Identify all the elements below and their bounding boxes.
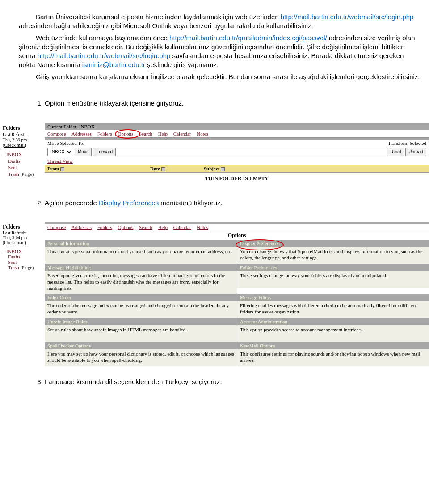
- read-button[interactable]: [387, 148, 404, 156]
- option-link[interactable]: Index Order: [47, 295, 71, 300]
- folder-list: –INBOX Drafts Sent Trash (Purge): [3, 151, 43, 178]
- folder-drafts[interactable]: Drafts: [8, 254, 21, 259]
- menubar: Compose Addresses Folders Options Search…: [45, 224, 429, 231]
- option-description: Here you may set up how your personal di…: [45, 349, 237, 366]
- unread-button[interactable]: [405, 148, 426, 156]
- menu-help[interactable]: Help: [158, 131, 168, 136]
- step-2: Açılan pencerede Display Preferences men…: [45, 198, 421, 208]
- text: şeklinde giriş yapmanız.: [147, 61, 219, 68]
- menu-notes[interactable]: Notes: [197, 131, 208, 136]
- purge-link[interactable]: (Purge): [20, 172, 34, 177]
- last-refresh-time: Thu, 2:39 pm: [3, 137, 43, 143]
- login-link-2[interactable]: http://mail.bartin.edu.tr/webmail/src/lo…: [38, 52, 171, 59]
- folder-sent[interactable]: Sent: [8, 165, 17, 170]
- checkbox-icon[interactable]: [161, 167, 165, 171]
- option-description: This contains personal information about…: [45, 247, 237, 264]
- move-folder-select[interactable]: INBOX: [47, 148, 73, 156]
- menu-calendar[interactable]: Calendar: [173, 224, 191, 230]
- sidebar-title: Folders: [3, 125, 43, 131]
- options-cell-right: Message FiltersFiltering enables message…: [237, 294, 429, 318]
- option-link[interactable]: Message Highlighting: [47, 265, 91, 270]
- options-cell-left: Unsafe Image RulesSet up rules about how…: [45, 318, 237, 342]
- options-cell-left: Index OrderThe order of the message inde…: [45, 294, 237, 318]
- option-link[interactable]: NewMail Options: [240, 343, 275, 348]
- menubar: Compose Addresses Folders Options Search…: [45, 130, 429, 138]
- menu-compose[interactable]: Compose: [47, 131, 66, 136]
- option-link[interactable]: Folder Preferences: [240, 265, 277, 270]
- option-link[interactable]: Message Filters: [240, 295, 271, 300]
- menu-notes[interactable]: Notes: [197, 224, 208, 230]
- mail-main: Current Folder: INBOX Compose Addresses …: [45, 123, 429, 186]
- option-link[interactable]: SpellChecker Options: [47, 343, 91, 348]
- transform-label: Transform Selected: [388, 140, 426, 146]
- menu-help[interactable]: Help: [158, 224, 168, 230]
- options-row: Message HighlightingBased upon given cri…: [45, 264, 429, 294]
- menu-options[interactable]: Options: [118, 224, 133, 230]
- options-cell-right: Display PreferencesYou can change the wa…: [237, 240, 429, 264]
- col-date[interactable]: Date: [150, 166, 160, 171]
- text: Bartın Üniversitesi kurumsal e-posta hiz…: [36, 13, 281, 21]
- column-headers: From Date Subject: [45, 165, 429, 173]
- option-description: These settings change the way your folde…: [237, 271, 429, 288]
- folder-inbox[interactable]: INBOX: [6, 249, 22, 254]
- options-row: Personal InformationThis contains person…: [45, 240, 429, 264]
- text: menüsünü tıklıyoruz.: [159, 199, 223, 207]
- col-subject[interactable]: Subject: [204, 166, 219, 171]
- move-button[interactable]: [75, 148, 92, 156]
- menu-addresses[interactable]: Addresses: [72, 224, 92, 230]
- check-mail-link[interactable]: (Check mail): [3, 143, 43, 148]
- thread-view-link[interactable]: Thread View: [47, 158, 73, 164]
- option-link[interactable]: Unsafe Image Rules: [47, 319, 87, 324]
- option-link[interactable]: Personal Information: [47, 241, 89, 246]
- menu-addresses[interactable]: Addresses: [72, 131, 92, 136]
- folder-sent[interactable]: Sent: [8, 259, 17, 265]
- text: Açılan pencerede: [45, 199, 99, 207]
- intro-paragraph-3: Giriş yaptıktan sonra karşılama ekranı İ…: [19, 72, 421, 81]
- options-cell-right: Account AdministrationThis option provid…: [237, 318, 429, 342]
- forward-button[interactable]: [93, 148, 116, 156]
- sidebar-title: Folders: [3, 224, 43, 230]
- folder-trash[interactable]: Trash: [8, 171, 19, 177]
- step-1: Option menüsüne tıklayarak içerisine gir…: [45, 98, 421, 108]
- login-link-1[interactable]: http://mail.bartin.edu.tr/webmail/src/lo…: [281, 13, 414, 21]
- screenshot-inbox: Folders Last Refresh: Thu, 2:39 pm (Chec…: [0, 123, 429, 186]
- option-link[interactable]: Display Preferences: [240, 241, 279, 246]
- folder-inbox[interactable]: INBOX: [6, 152, 22, 157]
- menu-compose[interactable]: Compose: [47, 224, 66, 230]
- thread-view-row: Thread View: [45, 157, 429, 165]
- step-1-text: Option menüsüne tıklayarak içerisine gir…: [45, 99, 184, 107]
- email-example[interactable]: isminiz@bartin.edu.tr: [82, 61, 145, 68]
- menu-options[interactable]: Options: [118, 131, 133, 136]
- options-row: Index OrderThe order of the message inde…: [45, 294, 429, 318]
- screenshot-options: Folders Last Refresh: Thu, 3:04 pm (Chec…: [0, 222, 429, 366]
- options-row: SpellChecker OptionsHere you may set up …: [45, 342, 429, 366]
- purge-link[interactable]: (Purge): [20, 265, 34, 270]
- intro-paragraph-2: Web üzerinde kullanmaya başlamadan önce …: [19, 34, 421, 70]
- menu-folders[interactable]: Folders: [97, 224, 112, 230]
- checkbox-icon[interactable]: [221, 167, 225, 171]
- display-preferences-link[interactable]: Display Preferences: [99, 199, 159, 207]
- menu-calendar[interactable]: Calendar: [173, 131, 191, 136]
- col-from[interactable]: From: [47, 166, 59, 171]
- checkbox-icon[interactable]: [60, 167, 64, 171]
- folder-drafts[interactable]: Drafts: [8, 158, 21, 164]
- check-mail-link[interactable]: (Check mail): [3, 240, 43, 245]
- text: Web üzerinde kullanmaya başlamadan önce: [36, 34, 169, 42]
- options-cell-right: NewMail OptionsThis configures settings …: [237, 342, 429, 366]
- menu-search[interactable]: Search: [139, 131, 152, 136]
- option-link[interactable]: Account Administration: [240, 319, 287, 324]
- empty-folder-message: THIS FOLDER IS EMPTY: [45, 173, 429, 186]
- option-description: The order of the message index can be re…: [45, 301, 237, 318]
- options-cell-left: Personal InformationThis contains person…: [45, 240, 237, 264]
- option-description: You can change the way that SquirrelMail…: [237, 247, 429, 264]
- last-refresh-label: Last Refresh:: [3, 230, 43, 235]
- menu-search[interactable]: Search: [139, 224, 152, 230]
- option-description: This option provides access to account m…: [237, 325, 429, 342]
- folder-trash[interactable]: Trash: [8, 265, 19, 270]
- option-description: Set up rules about how unsafe images in …: [45, 325, 237, 342]
- passwd-link[interactable]: http://mail.bartin.edu.tr/qmailadmin/ind…: [169, 34, 327, 42]
- step-3: Language kısmında dil seçeneklerinden Tü…: [45, 377, 421, 386]
- last-refresh-time: Thu, 3:04 pm: [3, 235, 43, 240]
- sidebar: Folders Last Refresh: Thu, 3:04 pm (Chec…: [0, 222, 45, 272]
- menu-folders[interactable]: Folders: [97, 131, 112, 136]
